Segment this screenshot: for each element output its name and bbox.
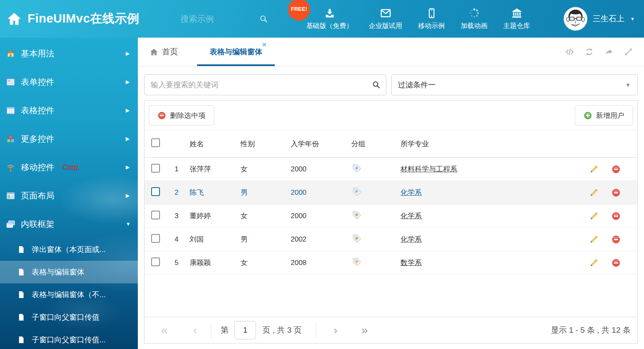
sidebar-item[interactable]: 表格控件▶ bbox=[0, 96, 138, 125]
select-all-checkbox[interactable] bbox=[151, 138, 160, 147]
expand-icon[interactable] bbox=[624, 47, 633, 56]
edit-icon[interactable] bbox=[589, 235, 598, 244]
user-menu[interactable]: 三生石上 ▼ bbox=[563, 0, 635, 38]
tab-active[interactable]: 表格与编辑窗体 × bbox=[197, 38, 275, 66]
add-user-button[interactable]: 新增用户 bbox=[575, 105, 633, 125]
sidebar-subitem[interactable]: 弹出窗体（本页面或... bbox=[0, 238, 138, 261]
row-checkbox[interactable] bbox=[151, 211, 160, 219]
page-prefix: 第 bbox=[221, 325, 228, 336]
nav-item[interactable]: 主题仓库 bbox=[495, 8, 538, 31]
major-link[interactable]: 化学系 bbox=[401, 189, 422, 196]
edit-icon[interactable] bbox=[589, 165, 598, 174]
plus-circle-icon bbox=[583, 111, 592, 120]
page-number-input[interactable] bbox=[234, 321, 256, 339]
row-checkbox[interactable] bbox=[151, 164, 160, 173]
divider bbox=[316, 323, 316, 338]
table-row[interactable]: 4刘国男2002化学系 bbox=[145, 228, 637, 251]
edit-icon[interactable] bbox=[589, 211, 598, 221]
row-index: 4 bbox=[175, 235, 190, 244]
sidebar-item-label: 内联框架 bbox=[21, 219, 54, 230]
brand[interactable]: FineUIMvc在线示例 bbox=[7, 0, 139, 38]
row-checkbox[interactable] bbox=[151, 187, 160, 196]
chevron-right-icon: ▶ bbox=[126, 164, 129, 170]
search-icon[interactable] bbox=[372, 80, 380, 89]
sidebar-item[interactable]: 页面布局▶ bbox=[0, 181, 138, 210]
nav-item[interactable]: 加载动画 bbox=[453, 8, 495, 31]
file-icon bbox=[17, 245, 25, 254]
sidebar-item-label: 表单控件 bbox=[21, 76, 54, 88]
bank-icon bbox=[511, 8, 522, 19]
sidebar-subitem-label: 子窗口向父窗口传值... bbox=[32, 335, 106, 345]
sidebar-subitem[interactable]: 子窗口向父窗口传值 bbox=[0, 306, 138, 329]
sidebar-item[interactable]: 移动控件Corp.▶ bbox=[0, 153, 138, 181]
code-icon[interactable] bbox=[565, 47, 574, 56]
sidebar-subitem[interactable]: 表格与编辑窗体 bbox=[0, 261, 138, 283]
chevron-right-icon: ▶ bbox=[126, 51, 129, 56]
sidebar-subitem[interactable]: 子窗口向父窗口传值... bbox=[0, 329, 138, 349]
sidebar-item[interactable]: 内联框架▼ bbox=[0, 210, 138, 238]
table-row[interactable]: 5康颖颖女2008数学系 bbox=[145, 251, 637, 275]
tab-home-label: 首页 bbox=[162, 46, 178, 57]
edit-icon[interactable] bbox=[589, 188, 598, 197]
tag-icon bbox=[351, 163, 361, 173]
grid-toolbar: 删除选中项 新增用户 bbox=[145, 101, 637, 130]
first-page-button[interactable]: « bbox=[161, 325, 167, 336]
refresh-icon[interactable] bbox=[585, 47, 594, 56]
sidebar-item[interactable]: 更多控件▶ bbox=[0, 125, 138, 153]
delete-icon[interactable] bbox=[611, 165, 621, 174]
delete-icon[interactable] bbox=[611, 188, 621, 197]
add-button-label: 新增用户 bbox=[596, 111, 624, 120]
cell-name: 刘国 bbox=[190, 234, 241, 244]
edit-icon[interactable] bbox=[589, 258, 598, 267]
major-link[interactable]: 化学系 bbox=[401, 235, 422, 243]
sidebar-subitem-label: 表格与编辑窗体（不... bbox=[32, 290, 106, 300]
delete-icon[interactable] bbox=[611, 211, 621, 221]
file-icon bbox=[17, 268, 25, 276]
row-checkbox[interactable] bbox=[151, 257, 160, 266]
sidebar-subitem[interactable]: 表格与编辑窗体（不... bbox=[0, 283, 138, 306]
filter-row: 过滤条件一 ▼ bbox=[144, 74, 638, 95]
free-badge-label: FREE! bbox=[287, 6, 312, 12]
sidebar-item-label: 页面布局 bbox=[21, 190, 54, 201]
cell-gender: 女 bbox=[241, 211, 291, 221]
delete-icon[interactable] bbox=[611, 258, 621, 267]
tab-home[interactable]: 首页 bbox=[150, 38, 178, 66]
keyword-input[interactable] bbox=[144, 74, 386, 95]
close-icon[interactable]: × bbox=[262, 41, 266, 48]
sidebar-item[interactable]: 表单控件▶ bbox=[0, 68, 138, 96]
file-icon bbox=[17, 336, 25, 344]
cell-year: 2000 bbox=[291, 165, 351, 173]
search-icon[interactable] bbox=[259, 14, 268, 23]
major-link[interactable]: 数学系 bbox=[401, 259, 422, 267]
record-summary: 显示 1 - 5 条 , 共 12 条 bbox=[551, 325, 631, 336]
minus-circle-icon bbox=[157, 111, 166, 120]
table-row[interactable]: 3董婷婷女2000化学系 bbox=[145, 204, 637, 228]
forward-icon[interactable] bbox=[604, 47, 614, 56]
next-page-button[interactable]: › bbox=[334, 325, 337, 336]
row-checkbox[interactable] bbox=[151, 234, 160, 243]
table-row[interactable]: 2陈飞男2000化学系 bbox=[145, 181, 637, 204]
prev-page-button[interactable]: ‹ bbox=[193, 325, 197, 336]
house-icon bbox=[6, 49, 15, 59]
tag-icon bbox=[351, 257, 361, 266]
major-link[interactable]: 材料科学与工程系 bbox=[401, 165, 457, 173]
envelope-icon bbox=[380, 8, 391, 19]
home-icon bbox=[7, 11, 22, 26]
chevron-down-icon: ▼ bbox=[625, 82, 631, 88]
filter-dropdown[interactable]: 过滤条件一 ▼ bbox=[391, 74, 638, 95]
delete-icon[interactable] bbox=[611, 235, 621, 244]
cell-name: 张萍萍 bbox=[190, 164, 241, 174]
sidebar-subitem-label: 表格与编辑窗体 bbox=[32, 267, 84, 277]
sidebar-item[interactable]: 基本用法▶ bbox=[0, 39, 138, 68]
sidebar: 基本用法▶表单控件▶表格控件▶更多控件▶移动控件Corp.▶页面布局▶内联框架▼… bbox=[0, 38, 138, 349]
last-page-button[interactable]: » bbox=[362, 325, 368, 336]
nav-item[interactable]: 移动示例 bbox=[410, 8, 453, 31]
table-row[interactable]: 1张萍萍女2000材料科学与工程系 bbox=[145, 158, 637, 181]
delete-selected-button[interactable]: 删除选中项 bbox=[149, 105, 214, 125]
chevron-right-icon: ▶ bbox=[126, 79, 129, 85]
header-nav: 基础版（免费）企业版试用移动示例加载动画主题仓库 bbox=[298, 0, 538, 38]
row-index: 1 bbox=[175, 165, 190, 173]
major-link[interactable]: 化学系 bbox=[401, 212, 422, 220]
header-search-input[interactable] bbox=[180, 14, 240, 24]
nav-item[interactable]: 企业版试用 bbox=[361, 8, 410, 31]
